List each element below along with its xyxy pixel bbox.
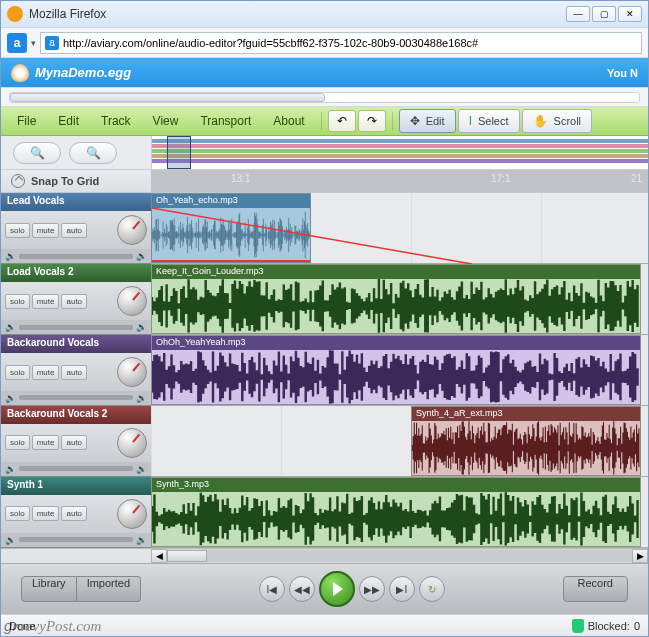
speaker-loud-icon: 🔊 bbox=[136, 535, 147, 545]
mute-button[interactable]: mute bbox=[32, 435, 60, 450]
volume-slider[interactable] bbox=[19, 537, 133, 542]
menu-file[interactable]: File bbox=[7, 111, 46, 131]
track-lane[interactable]: Keep_It_Goin_Louder.mp3 bbox=[151, 264, 648, 335]
snap-toggle[interactable]: Snap To Grid bbox=[1, 170, 151, 193]
pan-knob[interactable] bbox=[117, 428, 147, 458]
menu-track[interactable]: Track bbox=[91, 111, 141, 131]
waveform bbox=[412, 421, 640, 475]
mute-button[interactable]: mute bbox=[32, 294, 60, 309]
speaker-loud-icon: 🔊 bbox=[136, 322, 147, 332]
auto-button[interactable]: auto bbox=[61, 435, 87, 450]
track-name[interactable]: Load Vocals 2 bbox=[1, 264, 151, 282]
egg-icon bbox=[11, 64, 29, 82]
menu-edit[interactable]: Edit bbox=[48, 111, 89, 131]
separator bbox=[321, 112, 322, 130]
pan-knob[interactable] bbox=[117, 499, 147, 529]
tool-edit[interactable]: ✥Edit bbox=[399, 109, 456, 133]
site-dropdown-icon[interactable]: ▾ bbox=[31, 38, 36, 48]
zoom-out-button[interactable]: 🔍 bbox=[13, 142, 61, 164]
auto-button[interactable]: auto bbox=[61, 223, 87, 238]
overview-selection[interactable] bbox=[167, 136, 191, 168]
solo-button[interactable]: solo bbox=[5, 435, 30, 450]
scroll-right-button[interactable]: ▶ bbox=[632, 549, 648, 563]
horizontal-scrollbar[interactable]: ◀ ▶ bbox=[151, 549, 648, 564]
track-header: Backaround Vocals solo mute auto 🔈 🔊 bbox=[1, 335, 151, 406]
volume-slider[interactable] bbox=[19, 325, 133, 330]
pan-knob[interactable] bbox=[117, 286, 147, 316]
solo-button[interactable]: solo bbox=[5, 506, 30, 521]
volume-slider[interactable] bbox=[19, 254, 133, 259]
mute-button[interactable]: mute bbox=[32, 506, 60, 521]
speaker-icon: 🔈 bbox=[5, 535, 16, 545]
solo-button[interactable]: solo bbox=[5, 365, 30, 380]
track-lane[interactable]: OhOh_YeahYeah.mp3 bbox=[151, 335, 648, 406]
loop-button[interactable]: ↻ bbox=[419, 576, 445, 602]
auto-button[interactable]: auto bbox=[61, 365, 87, 380]
pan-knob[interactable] bbox=[117, 357, 147, 387]
rewind-button[interactable]: ◀◀ bbox=[289, 576, 315, 602]
audio-clip[interactable]: OhOh_YeahYeah.mp3 bbox=[151, 335, 641, 405]
waveform bbox=[152, 279, 640, 333]
site-icon[interactable]: a bbox=[7, 33, 27, 53]
speaker-icon: 🔈 bbox=[5, 251, 16, 261]
overview-scrollbar[interactable] bbox=[9, 92, 640, 103]
horizontal-scrollbar-row: ◀ ▶ bbox=[1, 548, 648, 564]
titlebar: Mozilla Firefox — ▢ ✕ bbox=[1, 1, 648, 28]
imported-button[interactable]: Imported bbox=[77, 576, 141, 602]
go-end-button[interactable]: ▶I bbox=[389, 576, 415, 602]
pan-knob[interactable] bbox=[117, 215, 147, 245]
track-name[interactable]: Backaround Vocals 2 bbox=[1, 406, 151, 424]
speaker-loud-icon: 🔊 bbox=[136, 251, 147, 261]
blocked-count: 0 bbox=[634, 620, 640, 632]
scroll-left-button[interactable]: ◀ bbox=[151, 549, 167, 563]
maximize-button[interactable]: ▢ bbox=[592, 6, 616, 22]
minimize-button[interactable]: — bbox=[566, 6, 590, 22]
overview-scroll-thumb[interactable] bbox=[10, 93, 325, 102]
menu-about[interactable]: About bbox=[263, 111, 314, 131]
shield-icon[interactable] bbox=[572, 619, 584, 633]
scroll-thumb[interactable] bbox=[167, 550, 207, 562]
audio-clip[interactable]: Keep_It_Goin_Louder.mp3 bbox=[151, 264, 641, 334]
audio-clip[interactable]: Synth_4_aR_ext.mp3 bbox=[411, 406, 641, 476]
solo-button[interactable]: solo bbox=[5, 294, 30, 309]
audio-clip[interactable]: Synth_3.mp3 bbox=[151, 477, 641, 547]
app-header: MynaDemo.egg You N bbox=[1, 58, 648, 87]
record-button[interactable]: Record bbox=[563, 576, 628, 602]
mute-button[interactable]: mute bbox=[32, 365, 60, 380]
play-button[interactable] bbox=[319, 571, 355, 607]
undo-button[interactable]: ↶ bbox=[328, 110, 356, 132]
track-header: Backaround Vocals 2 solo mute auto 🔈 🔊 bbox=[1, 406, 151, 477]
forward-button[interactable]: ▶▶ bbox=[359, 576, 385, 602]
speaker-loud-icon: 🔊 bbox=[136, 393, 147, 403]
audio-clip[interactable]: Oh_Yeah_echo.mp3 bbox=[151, 193, 311, 263]
mute-button[interactable]: mute bbox=[32, 223, 60, 238]
solo-button[interactable]: solo bbox=[5, 223, 30, 238]
volume-slider[interactable] bbox=[19, 395, 133, 400]
close-button[interactable]: ✕ bbox=[618, 6, 642, 22]
ibeam-icon: I bbox=[469, 114, 472, 128]
library-button[interactable]: Library bbox=[21, 576, 77, 602]
tool-select[interactable]: ISelect bbox=[458, 109, 520, 133]
track-name[interactable]: Synth 1 bbox=[1, 477, 151, 495]
auto-button[interactable]: auto bbox=[61, 506, 87, 521]
track-lane[interactable]: Oh_Yeah_echo.mp3 bbox=[151, 193, 648, 264]
zoom-in-button[interactable]: 🔍 bbox=[69, 142, 117, 164]
redo-button[interactable]: ↷ bbox=[358, 110, 386, 132]
track-lane[interactable]: Synth_3.mp3 bbox=[151, 477, 648, 548]
auto-button[interactable]: auto bbox=[61, 294, 87, 309]
track-name[interactable]: Backaround Vocals bbox=[1, 335, 151, 353]
snap-label: Snap To Grid bbox=[31, 175, 99, 187]
volume-slider[interactable] bbox=[19, 466, 133, 471]
menu-view[interactable]: View bbox=[143, 111, 189, 131]
menu-transport[interactable]: Transport bbox=[190, 111, 261, 131]
track-name[interactable]: Lead Vocals bbox=[1, 193, 151, 211]
clip-filename: Oh_Yeah_echo.mp3 bbox=[152, 194, 310, 208]
go-start-button[interactable]: I◀ bbox=[259, 576, 285, 602]
overview-minimap[interactable] bbox=[151, 136, 648, 168]
url-input[interactable]: a http://aviary.com/online/audio-editor?… bbox=[40, 32, 642, 54]
track-lane[interactable]: Synth_4_aR_ext.mp3 bbox=[151, 406, 648, 477]
tool-scroll[interactable]: ✋Scroll bbox=[522, 109, 593, 133]
time-ruler[interactable]: 13:1 17:1 21 bbox=[151, 170, 648, 193]
clip-filename: Keep_It_Goin_Louder.mp3 bbox=[152, 265, 640, 279]
overview-controls: 🔍 🔍 bbox=[1, 136, 151, 168]
